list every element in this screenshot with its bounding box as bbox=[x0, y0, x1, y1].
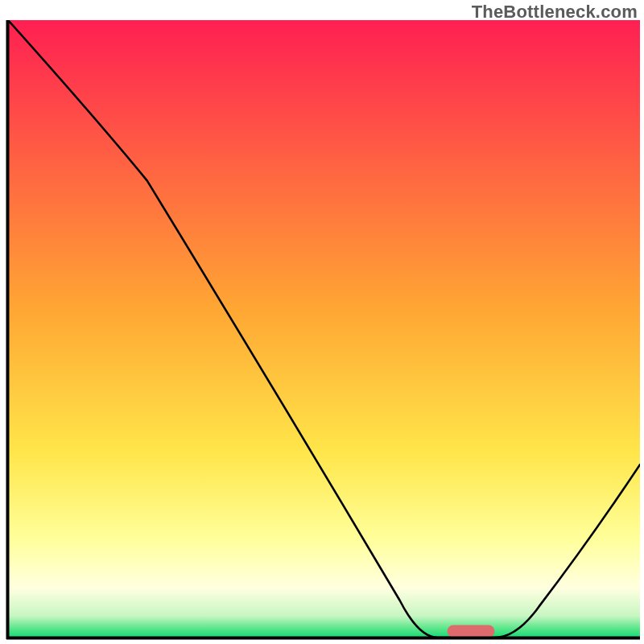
chart-frame: TheBottleneck.com bbox=[0, 0, 644, 644]
chart-background bbox=[8, 20, 640, 638]
plot-area bbox=[4, 20, 640, 642]
chart-svg bbox=[4, 20, 640, 642]
optimal-range-marker bbox=[448, 625, 495, 638]
